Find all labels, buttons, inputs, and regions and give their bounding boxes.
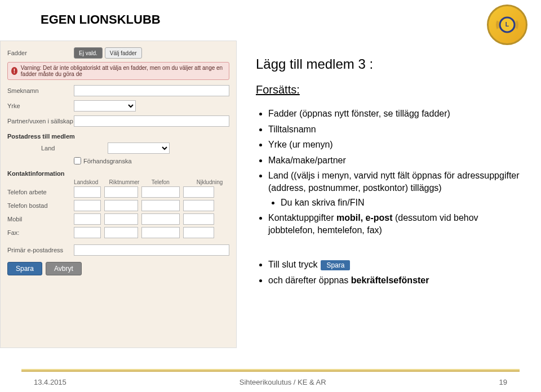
tel-arbete-label: Telefon arbete	[7, 189, 74, 195]
instruction-list: Fadder (öppnas nytt fönster, se tillägg …	[256, 108, 521, 236]
valj-fadder-button[interactable]: Välj fadder	[105, 47, 142, 59]
instruction-content: Lägg till medlem 3 : Forsätts: Fadder (ö…	[256, 56, 521, 290]
tel-arbete-ph[interactable]	[141, 186, 180, 198]
content-subheading: Forsätts:	[256, 83, 521, 96]
list-subitem: Du kan skriva fin/FIN	[281, 197, 521, 209]
contact-column-headers: Landskod Riktnummer Telefon Njkludning	[7, 179, 229, 185]
postadress-header: Postadress till medlem	[7, 133, 229, 140]
email-label: Primär e-postadress	[7, 247, 74, 253]
forhand-checkbox[interactable]	[74, 157, 81, 164]
content-heading: Lägg till medlem 3 :	[256, 56, 521, 72]
mobil-ac[interactable]	[104, 213, 138, 225]
yrke-select[interactable]	[74, 100, 136, 112]
lions-logo: L	[487, 5, 527, 45]
fadder-label: Fadder	[7, 50, 74, 56]
avbryt-button[interactable]: Avbryt	[46, 262, 82, 275]
tel-bostad-ph[interactable]	[141, 200, 180, 211]
tel-bostad-ext[interactable]	[183, 200, 214, 211]
footer: 13.4.2015 Sihteerikoulutus / KE & AR 19	[34, 378, 507, 386]
svg-text:L: L	[505, 21, 509, 28]
tel-arbete-ac[interactable]	[104, 186, 138, 198]
fax-ext[interactable]	[183, 227, 214, 238]
list-item: Till slut tryckSpara	[268, 259, 521, 271]
tel-bostad-label: Telefon bostad	[7, 202, 74, 209]
page-title: EGEN LIONSKLUBB	[41, 12, 161, 27]
lower-instruction-list: Till slut tryckSpara och därefter öppnas…	[256, 259, 521, 286]
tel-arbete-cc[interactable]	[74, 186, 101, 198]
member-form-panel: Fadder Ej vald. Välj fadder ! Varning: D…	[0, 41, 237, 348]
list-item: och därefter öppnas bekräftelsefönster	[268, 274, 521, 287]
mobil-label: Mobil	[7, 216, 74, 222]
forhand-label: Förhandsgranska	[83, 158, 132, 164]
tel-bostad-cc[interactable]	[74, 200, 101, 211]
warning-icon: !	[11, 67, 17, 75]
list-item: Fadder (öppnas nytt fönster, se tillägg …	[268, 108, 521, 120]
fax-label: Fax:	[7, 229, 74, 236]
smeknamn-input[interactable]	[74, 85, 229, 96]
ej-vald-button[interactable]: Ej vald.	[74, 47, 103, 59]
list-item: Land ((väljs i menyn, varvid nytt fält ö…	[268, 170, 521, 208]
tel-arbete-ext[interactable]	[183, 186, 214, 198]
land-label: Land	[7, 145, 108, 152]
footer-divider	[21, 369, 520, 372]
list-item: Tilltalsnamn	[268, 123, 521, 136]
kontakt-header: Kontaktinformation	[7, 170, 229, 177]
list-item: Kontaktuppgifter mobil, e-post (dessutom…	[268, 212, 521, 236]
email-input[interactable]	[74, 244, 229, 256]
footer-center: Sihteerikoulutus / KE & AR	[240, 378, 326, 386]
mobil-ext[interactable]	[183, 213, 214, 225]
mobil-ph[interactable]	[141, 213, 180, 225]
warning-text: Varning: Det är inte obligatoriskt att v…	[21, 65, 225, 77]
footer-date: 13.4.2015	[34, 378, 66, 386]
footer-page: 19	[499, 378, 507, 386]
fadder-warning: ! Varning: Det är inte obligatoriskt att…	[7, 62, 229, 80]
fax-cc[interactable]	[74, 227, 101, 238]
tel-bostad-ac[interactable]	[104, 200, 138, 211]
smeknamn-label: Smeknamn	[7, 87, 74, 94]
list-item: Yrke (ur menyn)	[268, 139, 521, 151]
yrke-label: Yrke	[7, 103, 74, 109]
spara-chip: Spara	[321, 260, 350, 270]
partner-input[interactable]	[74, 115, 229, 127]
partner-label: Partner/vuxen i sällskap	[7, 118, 74, 124]
spara-button[interactable]: Spara	[7, 262, 42, 275]
land-select[interactable]	[108, 142, 170, 154]
list-item: Maka/make/partner	[268, 154, 521, 167]
fax-ac[interactable]	[104, 227, 138, 238]
fax-ph[interactable]	[141, 227, 180, 238]
mobil-cc[interactable]	[74, 213, 101, 225]
